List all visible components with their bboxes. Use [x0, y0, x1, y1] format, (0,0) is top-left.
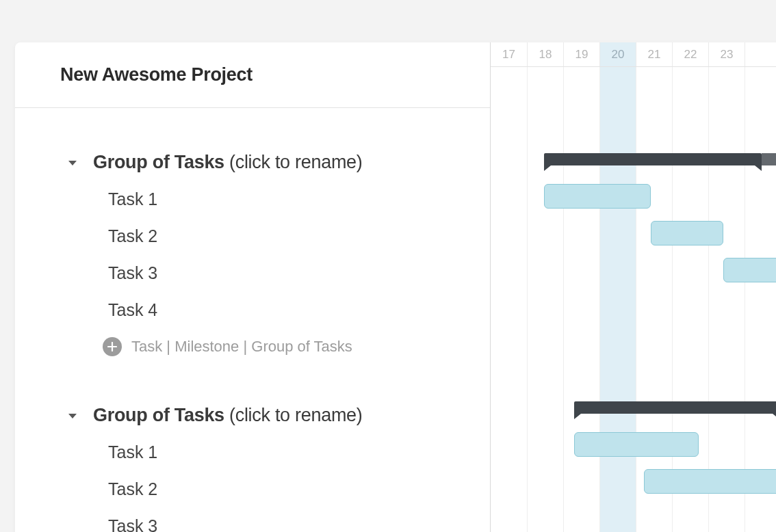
- task-bar[interactable]: [644, 469, 776, 494]
- task-bar[interactable]: [723, 258, 776, 282]
- task-row[interactable]: Task 2: [15, 470, 490, 507]
- task-list-panel: New Awesome Project Group of Tasks (clic…: [15, 42, 491, 532]
- task-name: Task 3: [108, 516, 157, 533]
- group-gap: [15, 365, 490, 397]
- gridline: [527, 67, 528, 532]
- date-cell[interactable]: 23: [708, 42, 745, 66]
- task-name: Task 3: [108, 263, 157, 283]
- group-bar-cap: [762, 153, 776, 165]
- gridline: [745, 67, 745, 532]
- plus-icon[interactable]: [103, 337, 122, 356]
- group-name: Group of Tasks: [93, 405, 224, 425]
- task-name: Task 2: [108, 479, 157, 499]
- gantt-card: New Awesome Project Group of Tasks (clic…: [15, 42, 776, 532]
- project-title[interactable]: New Awesome Project: [60, 64, 253, 85]
- timeline-body[interactable]: [491, 67, 776, 532]
- date-header: 17 18 19 20 21 22 23: [491, 42, 776, 67]
- gridline: [563, 67, 564, 532]
- task-row[interactable]: Task 2: [15, 217, 490, 254]
- task-bar[interactable]: [544, 184, 651, 209]
- add-item-row[interactable]: Task | Milestone | Group of Tasks: [15, 328, 490, 365]
- task-name: Task 4: [108, 300, 157, 320]
- chevron-down-icon[interactable]: [68, 161, 77, 165]
- task-name: Task 2: [108, 226, 157, 246]
- date-cell[interactable]: 17: [491, 42, 527, 66]
- date-cell[interactable]: 18: [527, 42, 563, 66]
- date-cell[interactable]: 22: [672, 42, 708, 66]
- date-cell[interactable]: 19: [563, 42, 599, 66]
- task-row[interactable]: Task 1: [15, 181, 490, 217]
- task-row[interactable]: Task 3: [15, 507, 490, 532]
- task-name: Task 1: [108, 442, 157, 462]
- group-summary-bar[interactable]: [574, 401, 776, 414]
- group-name: Group of Tasks: [93, 152, 224, 172]
- add-item-hint: Task | Milestone | Group of Tasks: [131, 338, 352, 356]
- gridline: [636, 67, 636, 532]
- gridline: [599, 67, 600, 532]
- group-label[interactable]: Group of Tasks (click to rename): [93, 152, 362, 173]
- task-bar[interactable]: [574, 432, 699, 457]
- task-row[interactable]: Task 1: [15, 434, 490, 470]
- date-cell[interactable]: 21: [636, 42, 672, 66]
- group-header[interactable]: Group of Tasks (click to rename): [15, 144, 490, 181]
- group-header[interactable]: Group of Tasks (click to rename): [15, 397, 490, 434]
- group-summary-bar[interactable]: [544, 153, 762, 165]
- group-rename-hint: (click to rename): [224, 152, 363, 172]
- task-area: Group of Tasks (click to rename) Task 1 …: [15, 108, 490, 532]
- task-row[interactable]: Task 3: [15, 254, 490, 291]
- chevron-down-icon[interactable]: [68, 414, 77, 418]
- task-row[interactable]: Task 4: [15, 291, 490, 328]
- task-bar[interactable]: [651, 221, 723, 245]
- group-rename-hint: (click to rename): [224, 405, 363, 425]
- group-label[interactable]: Group of Tasks (click to rename): [93, 405, 362, 426]
- timeline-panel: 17 18 19 20 21 22 23: [491, 42, 776, 532]
- gridline: [672, 67, 673, 532]
- task-name: Task 1: [108, 189, 157, 209]
- gridline: [708, 67, 709, 532]
- date-cell-today[interactable]: 20: [599, 42, 636, 66]
- date-cell[interactable]: [745, 42, 776, 66]
- project-header: New Awesome Project: [15, 42, 490, 108]
